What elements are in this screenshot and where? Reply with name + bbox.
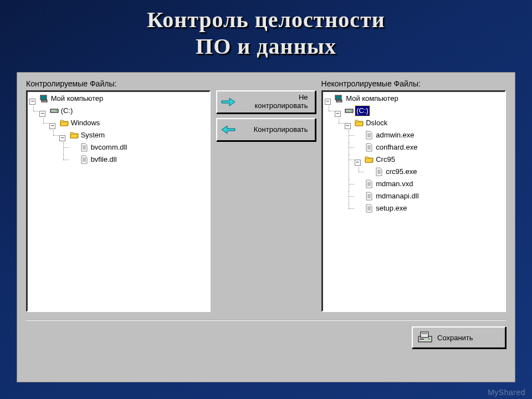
- svg-rect-2: [42, 100, 47, 102]
- tree-node-file[interactable]: mdman.vxd: [364, 179, 415, 189]
- node-label: Windows: [70, 118, 101, 128]
- tree-node-drive[interactable]: (C:): [49, 106, 75, 116]
- expander-icon[interactable]: −: [345, 123, 351, 129]
- tree-node-computer[interactable]: Мой компьютер: [334, 94, 400, 104]
- file-icon: [365, 131, 374, 140]
- tree-node-file[interactable]: crc95.exe: [374, 167, 418, 177]
- node-label: Мой компьютер: [345, 94, 399, 104]
- node-label: System: [80, 130, 105, 140]
- tree-node-file[interactable]: bvcomm.dll: [79, 142, 129, 152]
- folder-open-icon: [70, 131, 79, 140]
- svg-rect-11: [421, 332, 428, 337]
- tree-node-file[interactable]: setup.exe: [364, 203, 408, 213]
- file-icon: [365, 180, 374, 188]
- svg-rect-6: [336, 96, 341, 99]
- expander-icon[interactable]: −: [39, 111, 45, 117]
- controlled-label: Контролируемые Файлы:: [26, 79, 211, 88]
- save-button[interactable]: Сохранить: [412, 326, 506, 349]
- node-label: bvcomm.dll: [90, 142, 128, 152]
- node-label: (C:): [60, 106, 74, 116]
- arrow-left-icon: [221, 124, 236, 135]
- button-label: Не контролировать: [236, 94, 311, 110]
- node-label: setup.exe: [375, 203, 407, 213]
- watermark: MyShared: [488, 388, 525, 397]
- folder-open-icon: [355, 119, 364, 127]
- uncontrolled-label: Неконтролируемые Файлы:: [321, 79, 506, 88]
- svg-rect-4: [56, 110, 57, 111]
- computer-icon: [40, 94, 49, 103]
- svg-rect-1: [41, 96, 46, 99]
- dialog-footer: Сохранить: [26, 320, 506, 349]
- node-label: Dslock: [365, 118, 388, 128]
- node-label: crc95.exe: [385, 167, 417, 177]
- uncontrolled-panel: Неконтролируемые Файлы: − Мой компьютер: [321, 79, 506, 312]
- transfer-buttons: Не контролировать Контролировать: [216, 79, 315, 312]
- node-label: mdmanapi.dll: [375, 191, 419, 201]
- tree-node-folder[interactable]: System: [69, 130, 106, 140]
- arrow-right-icon: [221, 96, 236, 108]
- expander-icon[interactable]: −: [59, 135, 65, 141]
- node-label: admwin.exe: [375, 130, 415, 140]
- node-label: Мой компьютер: [50, 94, 104, 104]
- slide-title: Контроль целостности ПО и данных: [0, 0, 532, 64]
- svg-rect-7: [336, 100, 342, 102]
- expander-icon[interactable]: −: [49, 123, 55, 129]
- tree-node-folder[interactable]: Windows: [59, 118, 102, 128]
- expander-icon[interactable]: −: [335, 111, 341, 117]
- expander-icon[interactable]: −: [325, 99, 331, 105]
- tree-node-file[interactable]: confhard.exe: [364, 142, 419, 152]
- svg-rect-12: [422, 333, 427, 334]
- node-label: Crc95: [375, 155, 396, 165]
- button-label: Контролировать: [236, 126, 311, 134]
- folder-open-icon: [60, 119, 69, 127]
- tree-node-folder[interactable]: Dslock: [354, 118, 389, 128]
- title-line-2: ПО и данных: [196, 34, 336, 59]
- computer-icon: [335, 94, 344, 103]
- expander-icon[interactable]: −: [355, 160, 361, 166]
- file-icon: [375, 167, 383, 176]
- svg-rect-14: [420, 339, 424, 340]
- file-icon: [365, 143, 374, 152]
- controlled-panel: Контролируемые Файлы: − Мой компьютер: [26, 79, 211, 312]
- uncontrolled-tree[interactable]: − Мой компьютер −: [321, 90, 506, 312]
- to-controlled-button[interactable]: Контролировать: [216, 118, 315, 141]
- drive-icon: [345, 106, 354, 115]
- file-icon: [80, 155, 89, 164]
- node-label: bvfile.dll: [90, 155, 117, 165]
- drive-icon: [50, 106, 59, 115]
- folder-open-icon: [365, 155, 374, 164]
- button-label: Сохранить: [437, 334, 473, 342]
- node-label: (C:): [355, 106, 370, 116]
- title-line-1: Контроль целостности: [147, 7, 385, 32]
- tree-node-folder[interactable]: Crc95: [364, 155, 397, 165]
- node-label: confhard.exe: [375, 142, 418, 152]
- expander-icon[interactable]: −: [29, 99, 35, 105]
- file-icon: [80, 143, 89, 152]
- tree-node-file[interactable]: mdmanapi.dll: [364, 191, 420, 201]
- tree-node-drive-selected[interactable]: (C:): [344, 106, 371, 116]
- file-icon: [365, 192, 374, 201]
- node-label: mdman.vxd: [375, 179, 413, 189]
- tree-node-computer[interactable]: Мой компьютер: [39, 94, 105, 104]
- file-icon: [365, 204, 374, 213]
- to-uncontrolled-button[interactable]: Не контролировать: [216, 90, 315, 114]
- svg-rect-9: [351, 110, 352, 111]
- tree-node-file[interactable]: bvfile.dll: [79, 155, 119, 165]
- controlled-tree[interactable]: − Мой компьютер −: [26, 90, 211, 312]
- save-disk-icon: [417, 331, 433, 344]
- svg-rect-13: [428, 339, 430, 340]
- tree-node-file[interactable]: admwin.exe: [364, 130, 416, 140]
- integrity-dialog: Контролируемые Файлы: − Мой компьютер: [17, 72, 515, 382]
